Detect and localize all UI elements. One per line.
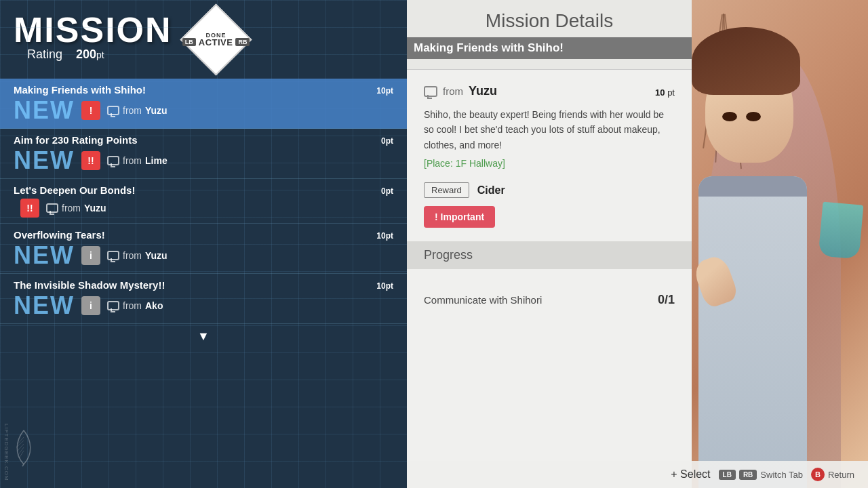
rating-row: Rating 200pt — [14, 47, 172, 72]
progress-count: 0/1 — [658, 293, 675, 307]
chat-icon-5 — [107, 301, 119, 310]
reward-item: Cider — [477, 184, 505, 197]
mission-item-4[interactable]: Overflowing Tears! 10pt NEW i from Yuzu — [0, 224, 407, 274]
reward-row: Reward Cider — [424, 182, 675, 198]
exclaim-badge-1: ! — [81, 101, 100, 120]
feather-icon — [12, 427, 36, 468]
mission-item-2[interactable]: Aim for 230 Rating Points 0pt NEW !! fro… — [0, 129, 407, 179]
chat-icon-2 — [107, 156, 119, 165]
exclaim-badge-3: !! — [20, 199, 39, 218]
from-tag-2: from Lime — [107, 155, 167, 166]
chat-icon-detail — [424, 86, 437, 97]
return-control: B Return — [811, 468, 854, 481]
exclaim-badge-2: !! — [81, 151, 100, 170]
details-title: Mission Details — [424, 10, 675, 32]
mission-title: MISSION Rating 200pt — [14, 12, 172, 72]
progress-item: Communicate with Shihori 0/1 — [424, 283, 675, 317]
important-button[interactable]: ! Important — [424, 206, 495, 228]
details-body: from Yuzu 10 pt Shiho, the beauty expert… — [407, 70, 692, 331]
rb-button[interactable]: RB — [235, 38, 250, 46]
chat-icon-1 — [107, 106, 119, 115]
lb-ctrl[interactable]: LB — [719, 470, 736, 480]
b-button[interactable]: B — [811, 468, 825, 481]
bottom-bar: + Select LB RB Switch Tab B Return — [407, 461, 868, 488]
from-tag-3: from Yuzu — [46, 203, 106, 214]
reward-label: Reward — [424, 182, 469, 198]
mission-details-panel: Mission Details Making Friends with Shih… — [407, 0, 692, 488]
from-tag-4: from Yuzu — [107, 250, 167, 261]
mission-item-3[interactable]: Let's Deepen Our Bonds! 0pt !! from Yuzu — [0, 179, 407, 224]
place-text: [Place: 1F Hallway] — [424, 158, 675, 169]
rb-ctrl[interactable]: RB — [739, 470, 757, 480]
svg-line-2 — [17, 444, 24, 451]
chat-icon-3 — [46, 203, 58, 213]
lb-button[interactable]: LB — [182, 38, 196, 46]
svg-line-3 — [18, 447, 24, 455]
rating-value: 200pt — [76, 47, 104, 62]
from-tag-5: from Ako — [107, 300, 163, 311]
scroll-down[interactable]: ▼ — [0, 324, 407, 349]
exclaim-badge-4: i — [81, 246, 100, 265]
select-control: + Select — [671, 468, 710, 481]
message-text: Shiho, the beauty expert! Being friends … — [424, 107, 675, 152]
right-panel: Mission Details Making Friends with Shih… — [407, 0, 868, 488]
svg-line-4 — [19, 451, 24, 458]
progress-label: Progress — [424, 248, 473, 262]
progress-section: Progress — [407, 241, 692, 269]
left-panel: MISSION Rating 200pt DONE LB ACTIVE RB — [0, 0, 407, 488]
chat-icon-4 — [107, 251, 119, 260]
mission-list: Making Friends with Shiho! 10pt NEW ! fr… — [0, 79, 407, 324]
mission-item-1[interactable]: Making Friends with Shiho! 10pt NEW ! fr… — [0, 79, 407, 129]
details-subtitle: Making Friends with Shiho! — [407, 37, 692, 59]
from-tag-1: from Yuzu — [107, 105, 167, 116]
details-header: Mission Details Making Friends with Shih… — [407, 0, 692, 70]
exclaim-badge-5: i — [81, 296, 100, 315]
character-art — [678, 0, 868, 488]
progress-task: Communicate with Shihori — [424, 294, 542, 306]
watermark: LIFTEDGEEK.COM — [3, 424, 9, 481]
message-from: from Yuzu 10 pt — [424, 83, 675, 99]
switch-tab-control: LB RB Switch Tab — [719, 470, 803, 480]
mission-header: MISSION Rating 200pt DONE LB ACTIVE RB — [0, 0, 407, 79]
rating-label: Rating — [27, 47, 62, 62]
mission-item-5[interactable]: The Invisible Shadow Mystery!! 10pt NEW … — [0, 274, 407, 324]
active-badge: DONE LB ACTIVE RB — [186, 9, 247, 70]
